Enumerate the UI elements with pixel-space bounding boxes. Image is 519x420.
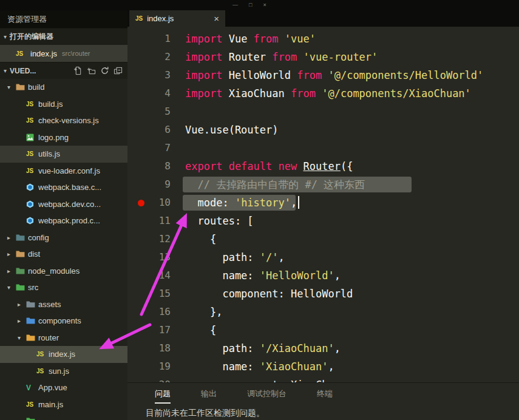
code-line[interactable]: 6Vue.use(Router) [127, 121, 519, 139]
line-number[interactable]: 13 [127, 248, 185, 266]
tree-item-check-versions.js[interactable]: JScheck-versions.js [0, 112, 127, 129]
open-editors-header[interactable]: ▾ 打开的编辑器 [0, 28, 127, 45]
tree-item-node_modules[interactable]: ▸node_modules [0, 263, 127, 280]
tree-item-config[interactable]: ▸config [0, 229, 127, 246]
code-line[interactable]: 10 mode: 'history', [127, 194, 519, 212]
chevron-right-icon[interactable]: ▸ [7, 251, 16, 257]
chevron-right-icon[interactable]: ▸ [7, 234, 16, 241]
line-number[interactable]: 11 [127, 212, 185, 230]
code-line[interactable]: 2import Router from 'vue-router' [127, 48, 519, 66]
line-number[interactable]: 9 [127, 175, 185, 194]
code-line[interactable]: 19 name: 'XiaoChuan', [127, 357, 519, 376]
code-line[interactable]: 14 name: 'HelloWorld', [127, 266, 519, 285]
code-line[interactable]: 20 component: XiaoChuan [127, 376, 519, 382]
tree-item-src[interactable]: ▾src [0, 279, 127, 296]
line-text: export default new Router({ [185, 157, 353, 175]
new-file-icon[interactable] [73, 66, 83, 75]
tree-item-vue-loader.conf.js[interactable]: JSvue-loader.conf.js [0, 163, 127, 180]
tree-item-router[interactable]: ▾router [0, 330, 127, 347]
panel-tab-terminal[interactable]: 终端 [317, 388, 333, 404]
line-number[interactable]: 14 [127, 266, 185, 285]
line-number[interactable]: 10 [127, 194, 185, 212]
line-number[interactable]: 2 [127, 48, 185, 66]
collapse-all-icon[interactable] [114, 66, 123, 75]
chevron-down-icon[interactable]: ▾ [7, 284, 16, 291]
line-number[interactable]: 1 [127, 30, 185, 48]
code-line[interactable]: 3import HelloWorld from '@/components/He… [127, 66, 519, 84]
js-icon: JS [36, 368, 47, 374]
code-line[interactable]: 1import Vue from 'vue' [127, 30, 519, 48]
folder-icon [16, 250, 27, 258]
tree-item-assets[interactable]: ▸assets [0, 296, 127, 313]
close-icon[interactable]: × [263, 1, 266, 9]
code-line[interactable]: 11 routes: [ [127, 212, 519, 230]
chevron-down-icon[interactable]: ▾ [18, 334, 26, 341]
code-line[interactable]: 12 { [127, 230, 519, 248]
tree-item-main.js[interactable]: JSmain.js [0, 396, 127, 413]
code-line[interactable]: 15 component: HelloWorld [127, 285, 519, 303]
code-line[interactable]: 16 }, [127, 303, 519, 321]
line-number[interactable]: 12 [127, 230, 185, 248]
chevron-down-icon[interactable]: ▾ [7, 84, 16, 90]
folder-icon [26, 300, 37, 308]
line-number[interactable]: 6 [127, 121, 185, 139]
folder-icon [16, 283, 27, 291]
code-line[interactable]: 7 [127, 139, 519, 157]
new-folder-icon[interactable] [87, 66, 96, 75]
tree-item-components[interactable]: ▸components [0, 313, 127, 330]
code-editor[interactable]: 1import Vue from 'vue'2import Router fro… [127, 27, 519, 382]
line-number[interactable]: 8 [127, 157, 185, 175]
line-number[interactable]: 18 [127, 339, 185, 357]
tree-item-webpack.base.c...[interactable]: webpack.base.c... [0, 179, 127, 196]
tree-item-sun.js[interactable]: JSsun.js [0, 363, 127, 380]
tree-item-logo.png[interactable]: logo.png [0, 129, 127, 146]
line-number[interactable]: 3 [127, 66, 185, 84]
editor-tab-bar: JS index.js × [127, 10, 519, 27]
tree-item-label: build [28, 83, 44, 92]
tree-item-utils.js[interactable]: JSutils.js [0, 146, 127, 163]
tree-item-build[interactable]: ▾build [0, 79, 127, 96]
panel-tab-debug-console[interactable]: 调试控制台 [247, 388, 287, 404]
breakpoint-icon[interactable] [138, 200, 144, 206]
code-line[interactable]: 18 path: '/XiaoChuan', [127, 339, 519, 357]
tree-item-App.vue[interactable]: VApp.vue [0, 379, 127, 396]
close-icon[interactable]: × [214, 14, 219, 23]
line-number[interactable]: 20 [127, 376, 185, 382]
chevron-right-icon[interactable]: ▸ [18, 317, 26, 324]
code-line[interactable]: 17 { [127, 321, 519, 339]
line-number[interactable]: 7 [127, 139, 185, 157]
code-line[interactable]: 4import XiaoChuan from '@/components/Xia… [127, 84, 519, 103]
line-number[interactable]: 5 [127, 103, 185, 121]
code-line[interactable]: 8export default new Router({ [127, 157, 519, 175]
panel-tab-output[interactable]: 输出 [201, 388, 217, 404]
tree-item-dist[interactable]: ▸dist [0, 246, 127, 263]
maximize-icon[interactable]: □ [249, 1, 252, 9]
code-line[interactable]: 13 path: '/', [127, 248, 519, 266]
editor-group: JS index.js × 1import Vue from 'vue'2imp… [127, 10, 519, 420]
open-editor-file-path: src\router [62, 50, 90, 57]
line-number[interactable]: 17 [127, 321, 185, 339]
tree-item-index.js[interactable]: JSindex.js [0, 346, 127, 363]
code-line[interactable]: 9 // 去掉路由中自带的 #/ 这种东西 [127, 175, 519, 194]
open-editor-item-indexjs[interactable]: JS index.js src\router [0, 45, 127, 62]
line-number[interactable]: 4 [127, 84, 185, 103]
line-number[interactable]: 15 [127, 285, 185, 303]
tree-item-build.js[interactable]: JSbuild.js [0, 96, 127, 113]
line-number[interactable]: 19 [127, 357, 185, 376]
chevron-right-icon[interactable]: ▸ [7, 268, 16, 274]
code-line[interactable]: 5 [127, 103, 519, 121]
window-controls: — □ × [232, 1, 266, 9]
tab-indexjs[interactable]: JS index.js × [129, 10, 225, 27]
tree-item-label: node_modules [28, 266, 80, 276]
tree-item-label: webpack.prod.c... [38, 216, 100, 225]
line-number[interactable]: 16 [127, 303, 185, 321]
refresh-icon[interactable] [100, 66, 109, 75]
tree-item-partial[interactable] [0, 413, 127, 420]
panel-tab-problems[interactable]: 问题 [155, 388, 171, 404]
minimize-icon[interactable]: — [232, 1, 238, 9]
project-section-header[interactable]: ▾ VUED... [0, 62, 127, 79]
line-text: component: XiaoChuan [185, 376, 347, 382]
chevron-right-icon[interactable]: ▸ [18, 301, 26, 308]
tree-item-webpack.prod.c...[interactable]: webpack.prod.c... [0, 212, 127, 229]
tree-item-webpack.dev.co...[interactable]: webpack.dev.co... [0, 196, 127, 213]
